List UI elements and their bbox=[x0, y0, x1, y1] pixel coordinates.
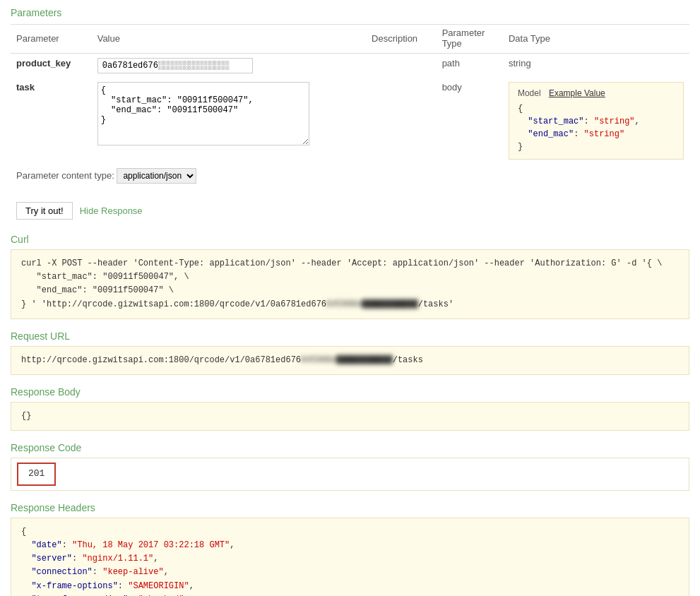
try-it-out-button[interactable]: Try it out! bbox=[16, 202, 73, 220]
param-type-path: path bbox=[437, 54, 503, 78]
model-end-mac-key: "end_mac": "string" bbox=[518, 129, 624, 139]
curl-section: Curl curl -X POST --header 'Content-Type… bbox=[11, 234, 689, 319]
response-body-title: Response Body bbox=[11, 386, 689, 398]
response-body-box: {} bbox=[11, 402, 689, 431]
model-brace-open: { bbox=[518, 104, 523, 114]
hide-response-link[interactable]: Hide Response bbox=[80, 205, 143, 216]
request-url-box: http://qrcode.gizwitsapi.com:1800/qrcode… bbox=[11, 346, 689, 375]
action-row: Try it out! Hide Response bbox=[11, 199, 689, 222]
content-type-select[interactable]: application/json bbox=[117, 168, 196, 184]
request-url-start: http://qrcode.gizwitsapi.com:1800/qrcode… bbox=[21, 355, 301, 365]
response-code-value: 201 bbox=[17, 463, 56, 486]
request-url-end: /tasks bbox=[393, 355, 423, 365]
request-url-blurred: 045988d███████████ bbox=[301, 354, 393, 367]
request-url-section: Request URL http://qrcode.gizwitsapi.com… bbox=[11, 330, 689, 375]
param-name-task: task bbox=[11, 78, 92, 164]
table-header-row: Parameter Value Description ParameterTyp… bbox=[11, 25, 689, 54]
page-wrapper: Parameters Parameter Value Description P… bbox=[0, 0, 700, 596]
col-value: Value bbox=[92, 25, 366, 54]
brace-open: { bbox=[21, 527, 26, 537]
parameters-section: Parameters Parameter Value Description P… bbox=[11, 7, 689, 188]
model-box: Model Example Value { "start_mac": "stri… bbox=[509, 82, 684, 160]
example-value-tab[interactable]: Example Value bbox=[549, 88, 605, 98]
response-code-container: 201 bbox=[11, 458, 689, 491]
curl-box: curl -X POST --header 'Content-Type: app… bbox=[11, 249, 689, 319]
curl-blurred: 045988d███████████ bbox=[326, 298, 418, 311]
param-name-product-key: product_key bbox=[11, 54, 92, 78]
parameters-title: Parameters bbox=[11, 7, 689, 18]
col-data-type: Data Type bbox=[503, 25, 689, 54]
col-param-type: ParameterType bbox=[437, 25, 503, 54]
curl-line3: "end_mac": "00911f500047" \ bbox=[21, 285, 174, 295]
response-headers-box: { "date": "Thu, 18 May 2017 03:22:18 GMT… bbox=[11, 518, 689, 596]
curl-title: Curl bbox=[11, 234, 689, 245]
curl-line4: } ' 'http://qrcode.gizwitsapi.com:1800/q… bbox=[21, 299, 453, 309]
response-body-section: Response Body {} bbox=[11, 386, 689, 431]
task-textarea[interactable]: { "start_mac": "00911f500047", "end_mac"… bbox=[97, 82, 309, 145]
header-connection: "connection": "keep-alive", bbox=[21, 567, 169, 577]
col-description: Description bbox=[366, 25, 437, 54]
request-url-title: Request URL bbox=[11, 330, 689, 342]
response-headers-title: Response Headers bbox=[11, 502, 689, 513]
response-body-content: {} bbox=[21, 411, 31, 421]
model-content: { "start_mac": "string", "end_mac": "str… bbox=[518, 102, 675, 153]
content-type-label: Parameter content type: bbox=[16, 170, 114, 181]
param-desc-task bbox=[366, 78, 437, 164]
response-code-section: Response Code 201 bbox=[11, 442, 689, 491]
param-desc-product-key bbox=[366, 54, 437, 78]
model-box-cell: Model Example Value { "start_mac": "stri… bbox=[503, 78, 689, 164]
model-start-mac-key: "start_mac": "string", bbox=[518, 117, 640, 126]
product-key-input[interactable] bbox=[97, 58, 253, 73]
col-parameter: Parameter bbox=[11, 25, 92, 54]
param-value-product-key[interactable] bbox=[92, 54, 366, 78]
response-headers-section: Response Headers { "date": "Thu, 18 May … bbox=[11, 502, 689, 596]
param-type-body: body bbox=[437, 78, 503, 164]
content-type-cell: Parameter content type: application/json bbox=[11, 164, 689, 188]
parameters-table: Parameter Value Description ParameterTyp… bbox=[11, 24, 689, 188]
header-date: "date": "Thu, 18 May 2017 03:22:18 GMT", bbox=[21, 540, 235, 550]
response-code-title: Response Code bbox=[11, 442, 689, 453]
model-brace-close: } bbox=[518, 142, 523, 152]
header-x-frame-options: "x-frame-options": "SAMEORIGIN", bbox=[21, 581, 194, 591]
table-row: product_key path string bbox=[11, 54, 689, 78]
model-tab[interactable]: Model bbox=[518, 88, 541, 98]
data-type-string: string bbox=[503, 54, 689, 78]
header-server: "server": "nginx/1.11.1", bbox=[21, 554, 158, 564]
curl-line1: curl -X POST --header 'Content-Type: app… bbox=[21, 258, 662, 268]
content-type-row: Parameter content type: application/json bbox=[11, 164, 689, 188]
param-value-task[interactable]: { "start_mac": "00911f500047", "end_mac"… bbox=[92, 78, 366, 164]
table-row: task { "start_mac": "00911f500047", "end… bbox=[11, 78, 689, 164]
model-tabs: Model Example Value bbox=[518, 88, 675, 98]
curl-line2: "start_mac": "00911f500047", \ bbox=[21, 272, 189, 282]
